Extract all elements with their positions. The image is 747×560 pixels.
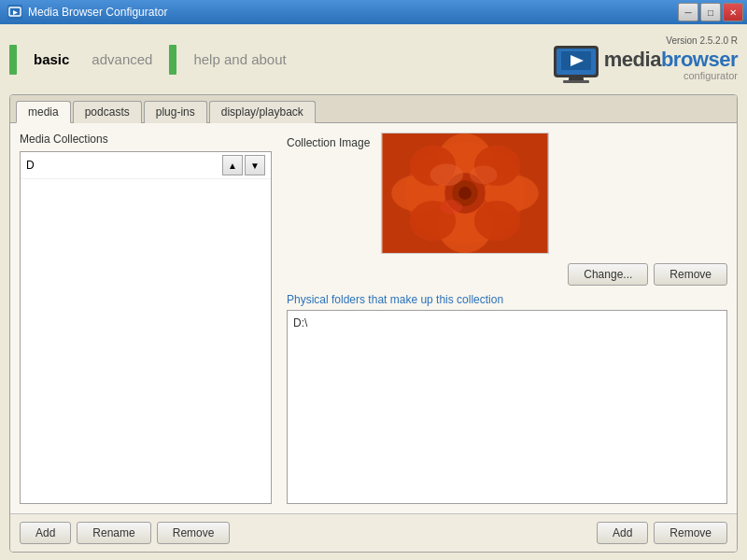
remove-folder-button[interactable]: Remove xyxy=(654,522,727,544)
nav-advanced[interactable]: advanced xyxy=(80,48,163,71)
content-row: Media Collections D ▲ ▼ C xyxy=(20,133,727,504)
window-title: Media Browser Configurator xyxy=(28,6,167,19)
change-image-button[interactable]: Change... xyxy=(568,263,648,286)
list-item-text: D xyxy=(26,159,222,172)
svg-point-18 xyxy=(474,201,520,241)
app-icon xyxy=(7,5,22,20)
tab-plugins[interactable]: plug-ins xyxy=(144,101,207,123)
flower-image xyxy=(382,133,548,253)
left-panel: Media Collections D ▲ ▼ xyxy=(20,133,272,504)
main-panel: media podcasts plug-ins display/playback… xyxy=(9,94,738,553)
tab-podcasts[interactable]: podcasts xyxy=(73,101,142,123)
minimize-button[interactable]: ─ xyxy=(678,3,698,21)
left-button-group: Add Rename Remove xyxy=(20,522,230,544)
nav-help-indicator xyxy=(169,45,176,75)
title-controls: ─ □ ✕ xyxy=(678,3,743,21)
tab-display-playback[interactable]: display/playback xyxy=(209,101,316,123)
tab-media[interactable]: media xyxy=(16,101,71,123)
logo-name-line: media browser xyxy=(604,48,738,72)
svg-rect-8 xyxy=(563,80,589,83)
media-collections-label: Media Collections xyxy=(20,133,272,146)
logo-icon xyxy=(554,46,599,83)
remove-image-button[interactable]: Remove xyxy=(654,263,727,286)
collection-image-preview xyxy=(381,133,549,254)
list-controls: ▲ ▼ xyxy=(222,155,265,175)
logo-text-browser: browser xyxy=(661,48,738,72)
move-down-button[interactable]: ▼ xyxy=(245,155,265,175)
add-collection-button[interactable]: Add xyxy=(20,522,71,544)
window-body: basic advanced help and about Version 2.… xyxy=(0,24,747,560)
media-collections-list[interactable]: D ▲ ▼ xyxy=(20,151,272,504)
title-bar: Media Browser Configurator ─ □ ✕ xyxy=(0,0,747,24)
collection-image-label: Collection Image xyxy=(287,133,370,149)
logo-version: Version 2.5.2.0 R xyxy=(666,35,738,46)
logo-text-media: media xyxy=(604,48,661,72)
logo-text-area: media browser configurator xyxy=(604,48,738,81)
tab-bar: media podcasts plug-ins display/playback xyxy=(10,95,737,123)
maximize-button[interactable]: □ xyxy=(700,3,721,21)
add-folder-button[interactable]: Add xyxy=(597,522,648,544)
remove-collection-button[interactable]: Remove xyxy=(157,522,231,544)
nav-basic[interactable]: basic xyxy=(22,48,80,71)
image-buttons: Change... Remove xyxy=(287,263,727,286)
collection-image-row: Collection Image xyxy=(287,133,727,254)
svg-point-24 xyxy=(441,200,463,215)
close-button[interactable]: ✕ xyxy=(723,3,743,21)
nav-basic-indicator xyxy=(9,45,17,75)
svg-point-21 xyxy=(458,187,472,200)
title-bar-left: Media Browser Configurator xyxy=(7,5,167,20)
folders-list[interactable]: D:\ xyxy=(287,310,727,504)
list-item[interactable]: D ▲ ▼ xyxy=(21,152,271,179)
right-button-group: Add Remove xyxy=(597,522,727,544)
right-panel: Collection Image xyxy=(287,133,727,504)
logo-area: Version 2.5.2.0 R media browser configur… xyxy=(554,35,738,83)
logo-text-configurator: configurator xyxy=(604,70,738,81)
nav-bar: basic advanced help and about Version 2.… xyxy=(9,32,738,87)
tab-content-media: Media Collections D ▲ ▼ C xyxy=(10,123,737,513)
svg-point-23 xyxy=(470,165,498,184)
move-up-button[interactable]: ▲ xyxy=(222,155,243,175)
svg-point-22 xyxy=(430,163,463,186)
folder-item: D:\ xyxy=(291,315,723,331)
nav-help[interactable]: help and about xyxy=(182,48,297,71)
rename-collection-button[interactable]: Rename xyxy=(77,522,150,544)
bottom-bar: Add Rename Remove Add Remove xyxy=(10,513,737,552)
folders-label: Physical folders that make up this colle… xyxy=(287,293,727,306)
logo-main: media browser configurator xyxy=(554,46,738,83)
